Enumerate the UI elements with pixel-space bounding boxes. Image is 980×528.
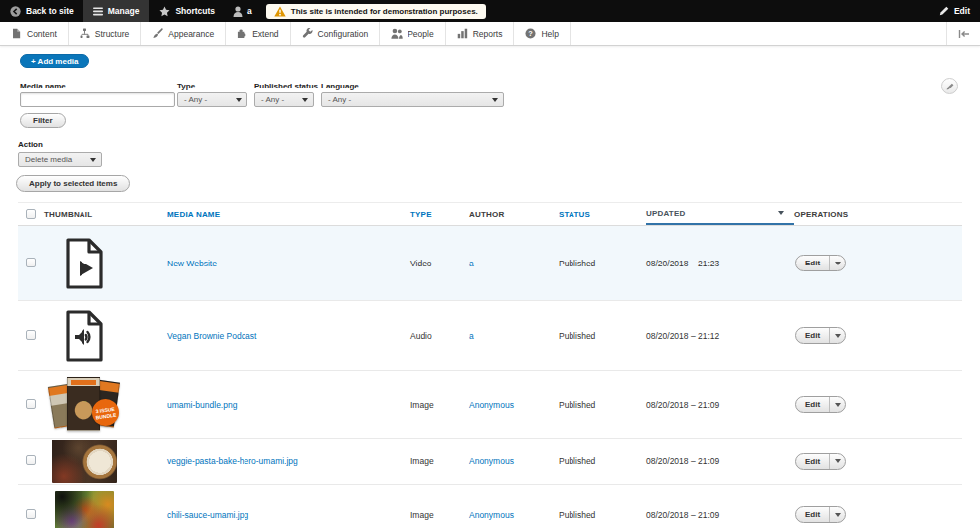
select-all-checkbox[interactable]	[26, 209, 36, 219]
add-media-button[interactable]: + Add media	[20, 54, 89, 68]
published-status-label: Published status	[254, 82, 318, 90]
action-select[interactable]: Delete media	[18, 152, 102, 167]
updated-value: 08/20/2018 – 21:09	[646, 510, 794, 520]
media-name-link[interactable]: New Website	[167, 259, 217, 268]
menu-item-appearance[interactable]: Appearance	[141, 22, 226, 45]
updated-value: 08/20/2018 – 21:12	[646, 331, 794, 341]
chili-sauce-thumbnail	[50, 491, 119, 528]
menu-item-reports[interactable]: Reports	[446, 22, 515, 45]
admin-menu-bar: Content Structure Appearance Extend Conf…	[0, 22, 980, 46]
chevron-down-icon	[835, 403, 841, 407]
media-name-input[interactable]	[20, 92, 175, 107]
header-media-name[interactable]: MEDIA NAME	[167, 203, 410, 225]
edit-mode-button[interactable]: Edit	[929, 0, 980, 22]
chevron-down-icon	[835, 262, 841, 265]
row-checkbox[interactable]	[26, 399, 36, 409]
header-author: AUTHOR	[469, 203, 559, 225]
toolbar-orientation-toggle[interactable]	[946, 22, 980, 45]
media-name-link[interactable]: veggie-pasta-bake-hero-umami.jpg	[167, 456, 298, 466]
edit-button[interactable]: Edit	[796, 328, 829, 343]
author-link[interactable]: a	[469, 259, 474, 268]
header-thumbnail: THUMBNAIL	[44, 203, 167, 225]
bar-chart-icon	[457, 28, 468, 39]
chevron-down-icon	[835, 513, 841, 517]
author-link[interactable]: Anonymous	[469, 510, 514, 520]
operations-dropdown-toggle[interactable]	[829, 328, 845, 343]
chevron-down-icon	[90, 158, 96, 162]
apply-to-selected-button[interactable]: Apply to selected items	[16, 175, 130, 192]
contextual-edit-button[interactable]	[941, 78, 958, 94]
operations-split-button: Edit	[795, 453, 846, 470]
row-checkbox[interactable]	[26, 509, 36, 519]
chevron-down-icon	[236, 98, 242, 102]
operations-dropdown-toggle[interactable]	[829, 256, 845, 270]
pencil-icon	[946, 83, 954, 90]
puzzle-icon	[237, 28, 247, 39]
edit-mode-label: Edit	[954, 6, 970, 16]
row-checkbox[interactable]	[26, 330, 36, 340]
type-select[interactable]: - Any -	[177, 92, 247, 107]
status-value: Published	[559, 456, 646, 466]
author-link[interactable]: Anonymous	[469, 400, 514, 410]
operations-dropdown-toggle[interactable]	[829, 507, 845, 522]
menu-item-content[interactable]: Content	[0, 22, 69, 45]
demo-warning-text: This site is intended for demonstration …	[291, 7, 478, 16]
updated-value: 08/20/2018 – 21:23	[646, 259, 794, 268]
operations-dropdown-toggle[interactable]	[829, 397, 845, 412]
edit-button[interactable]: Edit	[796, 454, 829, 469]
edit-button[interactable]: Edit	[796, 256, 829, 270]
user-icon	[233, 6, 243, 17]
manage-tab[interactable]: Manage	[83, 0, 150, 22]
chevron-down-icon	[302, 98, 308, 102]
back-to-site-link[interactable]: Back to site	[0, 0, 83, 22]
menu-item-configuration[interactable]: Configuration	[291, 22, 381, 45]
veggie-pasta-thumbnail	[50, 440, 119, 483]
published-status-select[interactable]: - Any -	[254, 92, 314, 107]
media-name-link[interactable]: umami-bundle.png	[167, 400, 237, 410]
media-name-link[interactable]: Vegan Brownie Podcast	[167, 331, 256, 341]
media-name-label: Media name	[20, 82, 66, 90]
status-value: Published	[559, 510, 646, 520]
type-label: Type	[177, 82, 195, 90]
media-type: Image	[410, 400, 469, 410]
shortcuts-tab[interactable]: Shortcuts	[149, 0, 225, 22]
audio-file-icon	[50, 310, 119, 362]
header-status[interactable]: STATUS	[559, 203, 646, 225]
admin-toolbar: Back to site Manage Shortcuts a This sit…	[0, 0, 980, 22]
author-link[interactable]: a	[469, 331, 474, 341]
status-value: Published	[559, 400, 646, 410]
menu-item-help[interactable]: ? Help	[514, 22, 570, 45]
media-type: Image	[410, 510, 469, 520]
pin-left-icon	[958, 29, 970, 39]
operations-split-button: Edit	[795, 255, 846, 271]
wrench-icon	[302, 28, 313, 39]
back-to-site-label: Back to site	[26, 6, 74, 16]
demo-warning-badge: This site is intended for demonstration …	[266, 4, 486, 19]
row-checkbox[interactable]	[26, 455, 36, 465]
document-icon	[11, 28, 22, 39]
media-type: Image	[410, 456, 469, 466]
menu-item-extend[interactable]: Extend	[226, 22, 290, 45]
media-name-link[interactable]: chili-sauce-umami.jpg	[167, 510, 248, 520]
operations-dropdown-toggle[interactable]	[829, 454, 845, 469]
paintbrush-icon	[152, 28, 163, 39]
menu-item-people[interactable]: People	[380, 22, 445, 45]
status-value: Published	[559, 259, 646, 268]
row-checkbox[interactable]	[26, 258, 36, 267]
chevron-down-icon	[492, 98, 498, 102]
user-menu[interactable]: a	[225, 0, 260, 22]
header-type[interactable]: TYPE	[410, 203, 469, 225]
language-select[interactable]: - Any -	[321, 92, 504, 107]
toolbar-spacer	[486, 0, 929, 22]
header-updated-sort[interactable]: UPDATED	[646, 203, 794, 225]
menu-item-structure[interactable]: Structure	[69, 22, 142, 45]
chevron-down-icon	[835, 459, 841, 463]
filter-button[interactable]: Filter	[20, 113, 66, 128]
edit-button[interactable]: Edit	[796, 507, 829, 522]
warning-icon	[274, 6, 286, 17]
author-link[interactable]: Anonymous	[469, 456, 514, 466]
edit-button[interactable]: Edit	[796, 397, 829, 412]
table-row: 3 ISSUE BUNDLE umami-bundle.png Image An…	[18, 371, 962, 439]
language-label: Language	[321, 82, 359, 90]
table-row: Vegan Brownie Podcast Audio a Published …	[18, 301, 962, 371]
